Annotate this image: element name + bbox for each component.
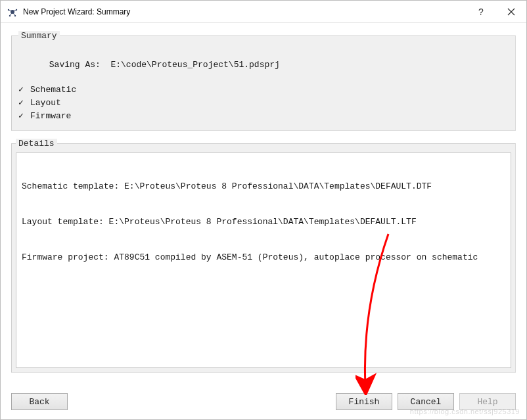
finish-button[interactable]: Finish [336,393,392,410]
details-line: Schematic template: E:\Proteus\Proteus 8… [22,181,505,193]
titlebar-close-button[interactable] [496,1,526,23]
checkmark-icon: ✓ [18,110,28,122]
saving-as-path: E:\code\Proteus_Project\51.pdsprj [110,60,279,70]
summary-legend: Summary [18,31,60,41]
summary-group: Summary Saving As: E:\code\Proteus_Proje… [11,31,516,131]
summary-item-label: Firmware [30,110,71,122]
details-legend: Details [16,139,57,149]
details-textbox[interactable]: Schematic template: E:\Proteus\Proteus 8… [16,152,511,368]
details-line: Layout template: E:\Proteus\Proteus 8 Pr… [22,216,505,228]
saving-as-line: Saving As: E:\code\Proteus_Project\51.pd… [18,47,509,83]
summary-item-label: Layout [30,97,61,109]
back-button[interactable]: Back [11,393,68,410]
help-button[interactable]: Help [459,393,516,410]
button-row: Back Finish Cancel Help [1,393,526,410]
app-icon [7,7,18,17]
window-title: New Project Wizard: Summary [23,7,130,16]
checkmark-icon: ✓ [18,84,28,96]
cancel-button[interactable]: Cancel [398,393,454,410]
saving-as-label: Saving As: [49,60,101,70]
titlebar-help-button[interactable]: ? [466,1,496,23]
details-group: Details Schematic template: E:\Proteus\P… [11,139,516,373]
titlebar: New Project Wizard: Summary ? [1,1,526,23]
summary-item-layout: ✓ Layout [18,97,509,109]
details-line: Firmware project: AT89C51 compiled by AS… [22,252,505,264]
summary-item-firmware: ✓ Firmware [18,110,509,122]
summary-item-schematic: ✓ Schematic [18,84,509,96]
summary-item-label: Schematic [30,84,76,96]
client-area: Summary Saving As: E:\code\Proteus_Proje… [1,23,526,373]
checkmark-icon: ✓ [18,97,28,109]
